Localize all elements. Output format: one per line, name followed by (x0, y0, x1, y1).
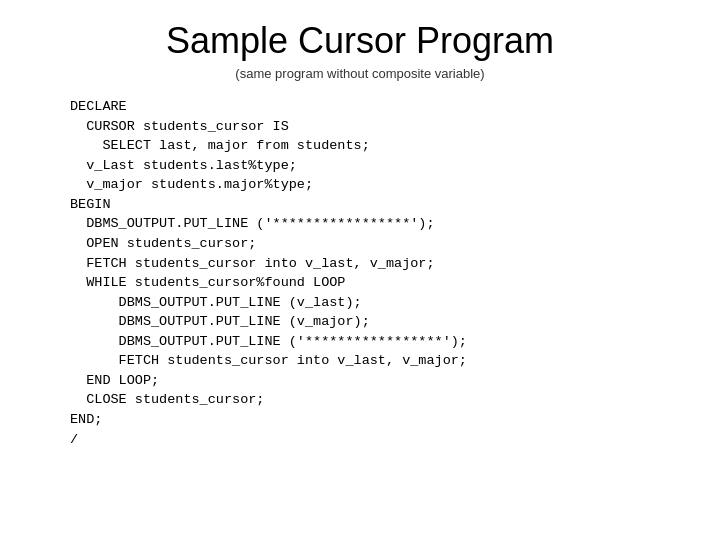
page-title: Sample Cursor Program (166, 20, 554, 62)
page-subtitle: (same program without composite variable… (235, 66, 484, 81)
code-block: DECLARE CURSOR students_cursor IS SELECT… (70, 97, 467, 449)
